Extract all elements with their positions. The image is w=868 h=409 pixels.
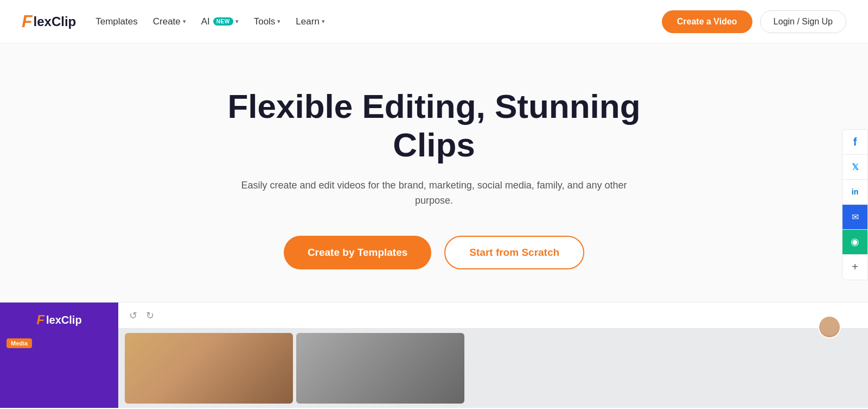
chevron-down-icon: ▾ <box>183 18 186 25</box>
editor-toolbar: ↺ ↻ <box>118 303 868 329</box>
editor-sidebar: F lexClip Media <box>0 303 118 408</box>
chat-icon: ◉ <box>851 236 859 248</box>
thumbnail-1[interactable] <box>125 333 293 404</box>
logo[interactable]: F lexClip <box>22 11 76 32</box>
email-icon: ✉ <box>852 212 859 222</box>
nav-item-templates[interactable]: Templates <box>95 16 137 27</box>
nav-learn-label: Learn <box>296 16 319 27</box>
nav-left: F lexClip Templates Create ▾ AI NEW ▾ To… <box>22 11 325 32</box>
email-share-button[interactable]: ✉ <box>843 205 867 230</box>
social-sidebar: f 𝕏 in ✉ ◉ + <box>842 129 868 280</box>
nav-ai-label: AI <box>201 16 210 27</box>
nav-right: Create a Video Login / Sign Up <box>662 10 846 33</box>
chevron-down-icon: ▾ <box>322 18 325 25</box>
twitter-share-button[interactable]: 𝕏 <box>843 155 867 180</box>
chevron-down-icon: ▾ <box>277 18 280 25</box>
nav-item-ai[interactable]: AI NEW ▾ <box>201 16 239 27</box>
plus-icon: + <box>852 261 858 273</box>
create-by-templates-button[interactable]: Create by Templates <box>284 236 431 269</box>
create-video-button[interactable]: Create a Video <box>662 10 752 33</box>
hero-buttons: Create by Templates Start from Scratch <box>284 236 584 269</box>
facebook-icon: f <box>853 136 857 148</box>
navbar: F lexClip Templates Create ▾ AI NEW ▾ To… <box>0 0 868 43</box>
thumbnail-1-image <box>125 333 293 404</box>
thumbnail-2-image <box>296 333 464 404</box>
editor-preview: F lexClip Media ↺ ↻ <box>0 302 868 408</box>
hero-section: Flexible Editing, Stunning Clips Easily … <box>0 43 868 302</box>
avatar-image <box>819 317 840 337</box>
redo-button[interactable]: ↻ <box>146 310 154 322</box>
undo-button[interactable]: ↺ <box>129 310 137 322</box>
nav-templates-label: Templates <box>95 16 137 27</box>
expand-social-button[interactable]: + <box>843 255 867 280</box>
linkedin-share-button[interactable]: in <box>843 180 867 205</box>
thumbnail-2[interactable] <box>296 333 464 404</box>
editor-logo: F lexClip <box>36 312 81 328</box>
hero-subtitle: Easily create and edit videos for the br… <box>231 178 637 209</box>
twitter-icon: 𝕏 <box>852 162 859 172</box>
nav-item-tools[interactable]: Tools ▾ <box>254 16 281 27</box>
chat-button[interactable]: ◉ <box>843 230 867 255</box>
start-from-scratch-button[interactable]: Start from Scratch <box>444 236 584 269</box>
user-avatar[interactable] <box>818 316 841 338</box>
nav-links: Templates Create ▾ AI NEW ▾ Tools ▾ Lear… <box>95 16 325 27</box>
editor-content: ↺ ↻ <box>118 303 868 408</box>
nav-item-create[interactable]: Create ▾ <box>153 16 186 27</box>
logo-f: F <box>22 11 33 32</box>
editor-logo-rest: lexClip <box>46 314 82 326</box>
linkedin-icon: in <box>852 187 858 196</box>
media-label: Media <box>7 338 32 348</box>
ai-new-badge: NEW <box>213 17 233 26</box>
hero-title: Flexible Editing, Stunning Clips <box>190 87 678 165</box>
chevron-down-icon: ▾ <box>235 18 239 25</box>
ai-badge-wrap: AI NEW <box>201 16 233 27</box>
facebook-share-button[interactable]: f <box>843 130 867 155</box>
logo-rest: lexClip <box>34 14 76 29</box>
nav-create-label: Create <box>153 16 181 27</box>
editor-logo-f: F <box>36 312 44 328</box>
video-thumbnails <box>118 329 868 408</box>
login-signup-button[interactable]: Login / Sign Up <box>760 10 846 33</box>
nav-tools-label: Tools <box>254 16 276 27</box>
nav-item-learn[interactable]: Learn ▾ <box>296 16 324 27</box>
